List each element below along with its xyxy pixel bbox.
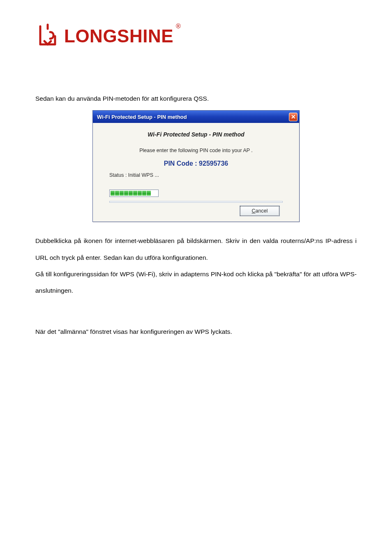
progress-block [147, 191, 151, 196]
intro-text: Sedan kan du använda PIN-metoden för att… [35, 90, 357, 107]
progress-block [138, 191, 142, 196]
brand-logo: LONGSHINE ® [35, 23, 357, 49]
progress-block [124, 191, 128, 196]
progress-block [111, 191, 115, 196]
dialog-instruction: Please enter the following PIN code into… [103, 148, 289, 153]
registered-icon: ® [176, 23, 181, 30]
status-label: Status : [109, 172, 128, 178]
progress-block [115, 191, 119, 196]
close-icon: ✕ [291, 113, 296, 120]
status-line: Status : Initial WPS ... [103, 172, 289, 178]
paragraph-3: Gå till konfigureringssidan för WPS (Wi-… [35, 266, 357, 299]
pin-value: 92595736 [199, 160, 228, 167]
dialog-body: Wi-Fi Protected Setup - PIN method Pleas… [93, 123, 299, 222]
dialog-container: Wi-Fi Protected Setup - PIN method ✕ Wi-… [35, 110, 357, 222]
paragraph-4: När det "allmänna" fönstret visas har ko… [35, 324, 357, 340]
paragraph-2: Dubbelklicka på ikonen för internet-webb… [35, 233, 357, 266]
dialog-title: Wi-Fi Protected Setup - PIN method [97, 114, 187, 120]
divider-bar [109, 201, 283, 203]
progress-bar [109, 190, 159, 197]
progress-block [129, 191, 133, 196]
wps-pin-dialog: Wi-Fi Protected Setup - PIN method ✕ Wi-… [92, 110, 300, 222]
close-button[interactable]: ✕ [289, 113, 297, 121]
brand-name: LONGSHINE [64, 27, 173, 45]
dialog-titlebar: Wi-Fi Protected Setup - PIN method ✕ [93, 111, 299, 123]
progress-block [120, 191, 124, 196]
cancel-label: Cancel [252, 208, 268, 214]
progress-block [133, 191, 137, 196]
cancel-button[interactable]: Cancel [240, 206, 279, 216]
status-value: Initial WPS ... [128, 172, 159, 178]
pin-label: PIN Code : [164, 160, 199, 167]
pin-code-line: PIN Code : 92595736 [103, 160, 289, 167]
dialog-button-row: Cancel [103, 206, 289, 216]
brand-mark-icon [35, 23, 60, 49]
dialog-subtitle: Wi-Fi Protected Setup - PIN method [103, 131, 289, 138]
progress-block [142, 191, 146, 196]
